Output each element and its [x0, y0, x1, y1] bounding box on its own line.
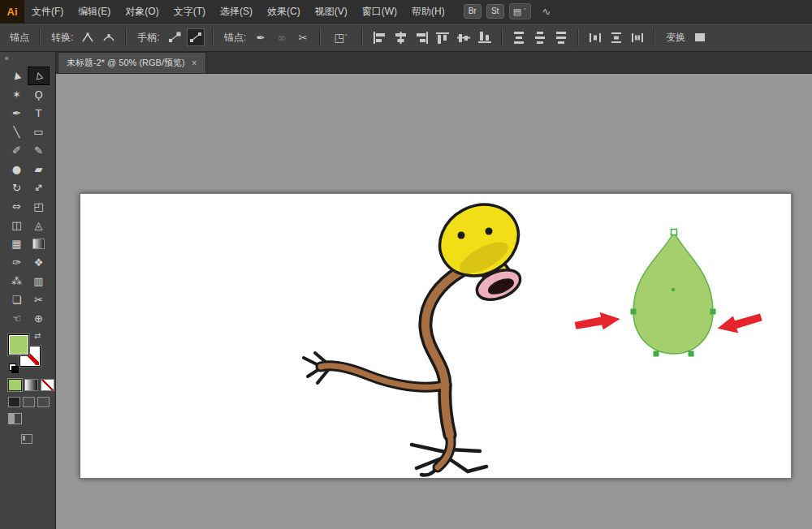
fill-type-row — [8, 379, 55, 391]
lasso-icon: Ϙ — [34, 88, 42, 101]
isolate-object-button[interactable]: ◳ ˅ — [328, 28, 354, 46]
lasso-tool[interactable]: Ϙ — [28, 85, 50, 104]
align-to-selection-button[interactable] — [628, 28, 646, 46]
none-button[interactable] — [41, 379, 54, 391]
magic-wand-tool[interactable]: ✶ — [6, 85, 28, 104]
distribute-vertical-spacing-button[interactable] — [607, 28, 625, 46]
fill-swatch[interactable] — [8, 334, 29, 355]
anchor-point-left[interactable] — [631, 309, 637, 315]
anchor-point-right[interactable] — [710, 309, 716, 315]
context-label: 锚点 — [10, 31, 29, 45]
cs-live-icon[interactable]: ∿ — [542, 6, 551, 18]
pencil-tool[interactable]: ✎ — [28, 141, 50, 160]
scale-tool[interactable]: ↕ — [28, 178, 50, 197]
zoom-tool[interactable]: ⊕ — [28, 309, 50, 328]
chevron-down-icon: ˅ — [344, 33, 348, 41]
artwork-layer — [80, 194, 791, 478]
align-horizontal-right-button[interactable] — [412, 28, 430, 46]
align-horizontal-center-button[interactable] — [391, 28, 409, 46]
collapse-panel-button[interactable]: « — [4, 54, 9, 62]
leaf-path[interactable] — [633, 232, 713, 354]
type-icon: T — [36, 107, 42, 119]
menu-item-window[interactable]: 窗口(W) — [355, 0, 404, 23]
menu-item-help[interactable]: 帮助(H) — [404, 0, 452, 23]
menu-item-view[interactable]: 视图(V) — [308, 0, 355, 23]
line-segment-tool[interactable]: ╲ — [6, 123, 28, 141]
menu-item-object[interactable]: 对象(O) — [118, 0, 166, 23]
align-vertical-top-button[interactable] — [434, 28, 451, 46]
distribute-vertical-bottom-button[interactable] — [552, 28, 570, 46]
stock-button[interactable]: St — [486, 4, 504, 19]
transform-panel-button[interactable] — [691, 28, 709, 46]
anchor-point-bottom-left[interactable] — [654, 351, 659, 357]
pen-tool[interactable]: ✒ — [6, 104, 28, 123]
scale-icon: ↕ — [31, 180, 45, 195]
draw-inside-button[interactable] — [37, 397, 50, 407]
color-button[interactable] — [8, 379, 22, 391]
type-tool[interactable]: T — [28, 104, 50, 123]
eyedropper-tool[interactable]: ✑ — [6, 253, 28, 272]
artboard-tool[interactable]: ❏ — [6, 290, 28, 309]
cut-path-button[interactable]: ✂ — [294, 28, 312, 46]
menu-item-edit[interactable]: 编辑(E) — [71, 0, 118, 23]
plant-character[interactable] — [304, 194, 531, 475]
width-tool[interactable]: ⇔ — [6, 197, 28, 216]
mesh-tool[interactable]: ▦ — [6, 234, 28, 253]
app-logo[interactable]: Ai — [0, 0, 24, 23]
eraser-tool[interactable]: ▰ — [28, 160, 50, 178]
column-graph-tool[interactable]: ▥ — [28, 272, 50, 290]
fill-stroke-indicator: ⇄ — [8, 334, 45, 373]
width-icon: ⇔ — [12, 200, 21, 213]
swap-swatches-icon[interactable]: ⇄ — [34, 331, 41, 340]
distribute-horizontal-spacing-button[interactable] — [586, 28, 604, 46]
slice-tool[interactable]: ✂ — [28, 290, 50, 309]
free-transform-tool[interactable]: ◰ — [28, 197, 50, 216]
convert-to-smooth-button[interactable] — [100, 28, 118, 46]
rotate-tool[interactable]: ↻ — [6, 178, 28, 197]
align-vertical-bottom-button[interactable] — [476, 28, 494, 46]
anchor-point-top[interactable] — [672, 230, 677, 235]
document-tab[interactable]: 未标题-2* @ 50% (RGB/预览) × — [58, 52, 206, 73]
stem-fill — [425, 271, 461, 435]
hand-tool[interactable]: ☜ — [6, 309, 28, 328]
connect-endpoints-button[interactable]: ∞ — [273, 28, 291, 46]
draw-behind-button[interactable] — [23, 397, 35, 407]
anchor-point-bottom-right[interactable] — [689, 351, 694, 357]
hide-handles-button[interactable] — [187, 28, 205, 46]
show-handles-button[interactable] — [166, 28, 184, 46]
direct-selection-tool[interactable]: ▷ — [28, 67, 50, 85]
menu-item-effect[interactable]: 效果(C) — [260, 0, 308, 23]
menu-item-type[interactable]: 文字(T) — [166, 0, 213, 23]
menu-item-select[interactable]: 选择(S) — [213, 0, 260, 23]
default-swatches-icon[interactable] — [9, 363, 19, 372]
bridge-button[interactable]: Br — [464, 4, 482, 19]
tools-grid: ▶ ▷ ✶ Ϙ ✒ T ╲ ▭ ✐ ✎ ● ▰ ↻ ↕ ⇔ ◰ ◫ ◬ ▦ ✑ — [6, 67, 50, 328]
tab-close-button[interactable]: × — [192, 58, 197, 69]
blend-tool[interactable]: ❖ — [28, 253, 50, 272]
artboard[interactable] — [80, 193, 792, 479]
distribute-vertical-top-button[interactable] — [510, 28, 528, 46]
align-to-icon — [631, 32, 645, 44]
distribute-vertical-center-button[interactable] — [531, 28, 549, 46]
shape-builder-tool[interactable]: ◫ — [6, 216, 28, 234]
align-horizontal-left-button[interactable] — [370, 28, 388, 46]
perspective-grid-tool[interactable]: ◬ — [28, 216, 50, 234]
delete-anchor-button[interactable]: ✒ — [252, 28, 270, 46]
rectangle-tool[interactable]: ▭ — [28, 123, 50, 141]
workspace-switcher[interactable]: ▤ ˅ — [509, 3, 531, 19]
symbol-sprayer-tool[interactable]: ⁂ — [6, 272, 28, 290]
gradient-button[interactable] — [24, 379, 38, 391]
canvas[interactable] — [56, 74, 812, 529]
line-icon: ╲ — [14, 126, 20, 138]
draw-normal-button[interactable] — [8, 397, 20, 407]
panel-icon[interactable] — [21, 434, 32, 444]
leaf-shape[interactable] — [631, 230, 716, 357]
gradient-tool[interactable] — [28, 234, 50, 253]
convert-to-corner-button[interactable] — [79, 28, 97, 46]
blob-brush-tool[interactable]: ● — [6, 160, 28, 178]
menu-item-file[interactable]: 文件(F) — [24, 0, 71, 23]
align-vertical-middle-button[interactable] — [455, 28, 473, 46]
selection-tool[interactable]: ▶ — [6, 67, 28, 85]
screen-mode-button[interactable] — [8, 413, 22, 424]
paintbrush-tool[interactable]: ✐ — [6, 141, 28, 160]
